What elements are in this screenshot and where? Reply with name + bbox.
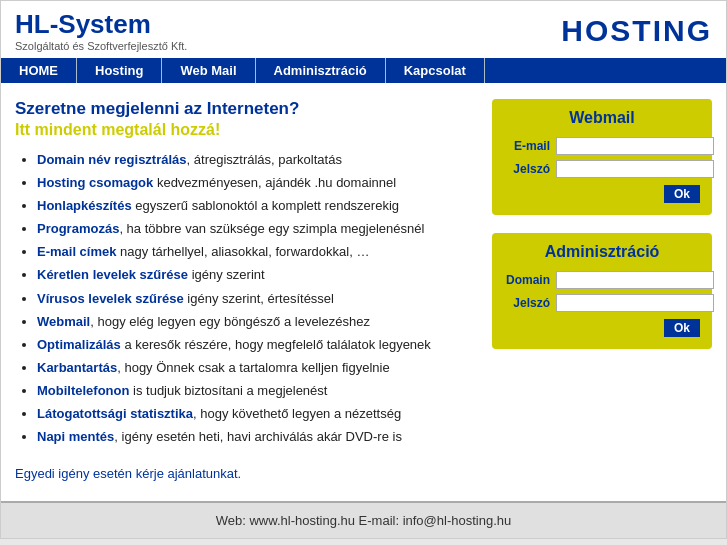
list-item: Napi mentés, igény esetén heti, havi arc… [37, 426, 482, 448]
admin-domain-row: Domain [504, 271, 700, 289]
navbar: HOME Hosting Web Mail Adminisztráció Kap… [1, 58, 726, 83]
nav-contact[interactable]: Kapcsolat [386, 58, 485, 83]
list-item: Domain név regisztrálás, átregisztrálás,… [37, 149, 482, 171]
list-item: E-mail címek nagy tárhellyel, aliasokkal… [37, 241, 482, 263]
webmail-panel: Webmail E-mail Jelszó Ok [492, 99, 712, 215]
nav-admin[interactable]: Adminisztráció [256, 58, 386, 83]
feature-bold: Domain név regisztrálás [37, 152, 187, 167]
webmail-email-input[interactable] [556, 137, 714, 155]
feature-list: Domain név regisztrálás, átregisztrálás,… [15, 149, 482, 448]
feature-bold: Honlapkészítés [37, 198, 132, 213]
right-column: Webmail E-mail Jelszó Ok [492, 99, 712, 481]
admin-password-row: Jelszó [504, 294, 700, 312]
webmail-password-label: Jelszó [504, 162, 550, 176]
list-item: Látogatottsági statisztika, hogy követhe… [37, 403, 482, 425]
feature-rest: is tudjuk biztosítani a megjelenést [129, 383, 327, 398]
feature-rest: , hogy elég legyen egy böngésző a levele… [90, 314, 370, 329]
feature-bold: Karbantartás [37, 360, 117, 375]
left-column: Szeretne megjelenni az Interneten? Itt m… [15, 99, 482, 481]
nav-hosting[interactable]: Hosting [77, 58, 162, 83]
webmail-form: E-mail Jelszó Ok [504, 137, 700, 203]
footer-text: Web: www.hl-hosting.hu E-mail: info@hl-h… [216, 513, 511, 528]
feature-bold: Látogatottsági statisztika [37, 406, 193, 421]
list-item: Optimalizálás a keresők részére, hogy me… [37, 334, 482, 356]
footer: Web: www.hl-hosting.hu E-mail: info@hl-h… [1, 501, 726, 538]
feature-rest: , átregisztrálás, parkoltatás [187, 152, 342, 167]
list-item: Vírusos levelek szűrése igény szerint, é… [37, 288, 482, 310]
feature-bold: E-mail címek [37, 244, 117, 259]
feature-rest: , ha többre van szüksége egy szimpla meg… [119, 221, 424, 236]
feature-rest: igény szerint, értesítéssel [184, 291, 334, 306]
feature-bold: Hosting csomagok [37, 175, 153, 190]
header: HL-System Szolgáltató és Szoftverfejlesz… [1, 1, 726, 58]
admin-ok-button[interactable]: Ok [664, 319, 700, 337]
webmail-password-row: Jelszó [504, 160, 700, 178]
admin-panel-title: Adminisztráció [504, 243, 700, 261]
admin-ok-row: Ok [504, 319, 700, 337]
main-tagline: Itt mindent megtalál hozzá! [15, 121, 482, 139]
feature-rest: a keresők részére, hogy megfelelő talála… [121, 337, 431, 352]
extra-note: Egyedi igény esetén kérje ajánlatunkat. [15, 466, 482, 481]
webmail-email-row: E-mail [504, 137, 700, 155]
list-item: Programozás, ha többre van szüksége egy … [37, 218, 482, 240]
hosting-title: HOSTING [561, 14, 712, 48]
list-item: Mobiltelefonon is tudjuk biztosítani a m… [37, 380, 482, 402]
list-item: Honlapkészítés egyszerű sablonoktól a ko… [37, 195, 482, 217]
admin-password-input[interactable] [556, 294, 714, 312]
feature-bold: Programozás [37, 221, 119, 236]
feature-bold: Vírusos levelek szűrése [37, 291, 184, 306]
logo-subtitle: Szolgáltató és Szoftverfejlesztő Kft. [15, 40, 187, 52]
webmail-ok-button[interactable]: Ok [664, 185, 700, 203]
list-item: Hosting csomagok kedvezményesen, ajándék… [37, 172, 482, 194]
admin-password-label: Jelszó [504, 296, 550, 310]
feature-rest: egyszerű sablonoktól a komplett rendszer… [132, 198, 399, 213]
page-wrapper: HL-System Szolgáltató és Szoftverfejlesz… [0, 0, 727, 539]
feature-rest: kedvezményesen, ajándék .hu domainnel [153, 175, 396, 190]
feature-bold: Mobiltelefonon [37, 383, 129, 398]
nav-webmail[interactable]: Web Mail [162, 58, 255, 83]
content-area: Szeretne megjelenni az Interneten? Itt m… [1, 83, 726, 491]
feature-rest: , hogy követhető legyen a nézettség [193, 406, 401, 421]
list-item: Kéretlen levelek szűrése igény szerint [37, 264, 482, 286]
webmail-password-input[interactable] [556, 160, 714, 178]
feature-rest: , hogy Önnek csak a tartalomra kelljen f… [117, 360, 389, 375]
main-question: Szeretne megjelenni az Interneten? [15, 99, 482, 119]
list-item: Webmail, hogy elég legyen egy böngésző a… [37, 311, 482, 333]
feature-rest: , igény esetén heti, havi archiválás aká… [114, 429, 402, 444]
admin-panel: Adminisztráció Domain Jelszó Ok [492, 233, 712, 349]
webmail-email-label: E-mail [504, 139, 550, 153]
webmail-ok-row: Ok [504, 185, 700, 203]
feature-bold: Kéretlen levelek szűrése [37, 267, 188, 282]
logo-title: HL-System [15, 9, 187, 40]
list-item: Karbantartás, hogy Önnek csak a tartalom… [37, 357, 482, 379]
admin-domain-input[interactable] [556, 271, 714, 289]
admin-domain-label: Domain [504, 273, 550, 287]
feature-rest: nagy tárhellyel, aliasokkal, forwardokka… [117, 244, 370, 259]
webmail-panel-title: Webmail [504, 109, 700, 127]
feature-bold: Optimalizálás [37, 337, 121, 352]
feature-rest: igény szerint [188, 267, 265, 282]
feature-bold: Napi mentés [37, 429, 114, 444]
admin-form: Domain Jelszó Ok [504, 271, 700, 337]
logo-block: HL-System Szolgáltató és Szoftverfejlesz… [15, 9, 187, 52]
nav-home[interactable]: HOME [1, 58, 77, 83]
feature-bold: Webmail [37, 314, 90, 329]
